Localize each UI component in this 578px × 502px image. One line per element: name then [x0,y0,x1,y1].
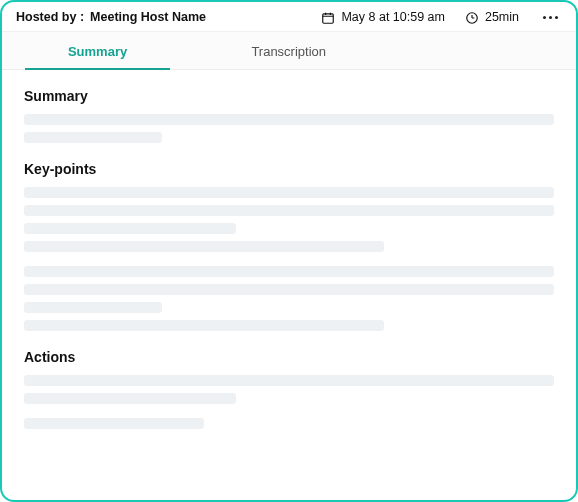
skeleton-line [24,223,236,234]
skeleton-line [24,187,554,198]
tabs: Summary Transcription [2,32,576,70]
skeleton-line [24,302,162,313]
skeleton-line [24,114,554,125]
skeleton-line [24,375,554,386]
calendar-icon [321,10,335,25]
meeting-duration: 25min [465,10,519,25]
section-keypoints: Key-points [24,161,554,331]
skeleton-line [24,205,554,216]
meeting-date: May 8 at 10:59 am [321,10,445,25]
meeting-header: Hosted by : Meeting Host Name May 8 at 1… [2,2,576,32]
svg-rect-0 [323,14,334,23]
more-icon [543,16,546,19]
tab-transcription[interactable]: Transcription [193,32,384,69]
section-summary: Summary [24,88,554,143]
section-keypoints-title: Key-points [24,161,554,177]
more-button[interactable] [539,16,562,19]
content-area: Summary Key-points Actions [2,70,576,471]
date-text: May 8 at 10:59 am [341,10,445,24]
skeleton-line [24,266,554,277]
skeleton-line [24,241,384,252]
host-name: Meeting Host Name [90,10,206,24]
clock-icon [465,10,479,25]
skeleton-line [24,393,236,404]
skeleton-line [24,132,162,143]
meeting-summary-window: Hosted by : Meeting Host Name May 8 at 1… [0,0,578,502]
skeleton-line [24,284,554,295]
tab-summary[interactable]: Summary [2,32,193,69]
section-summary-title: Summary [24,88,554,104]
section-actions: Actions [24,349,554,429]
duration-text: 25min [485,10,519,24]
skeleton-line [24,418,204,429]
section-actions-title: Actions [24,349,554,365]
skeleton-line [24,320,384,331]
hosted-by-label: Hosted by : [16,10,84,24]
